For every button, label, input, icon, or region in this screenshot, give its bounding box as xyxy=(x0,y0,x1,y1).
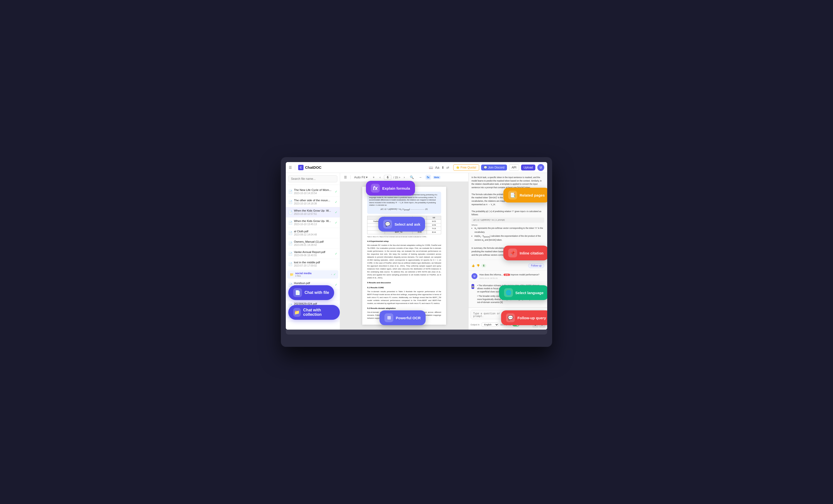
pdf-content: each input with at the prompt. Similarly… xyxy=(340,182,468,330)
quota-button[interactable]: ⭐ Free Quota! xyxy=(453,164,479,171)
sidebar-item-date: 2023-09-06 18:40:55 xyxy=(294,254,333,257)
sidebar-item[interactable]: 📄 Vanke Annual Report.pdf 2023-09-06 18:… xyxy=(286,249,340,259)
sidebar-item[interactable]: 📄 lost in the middle.pdf 2023-07-20 17:5… xyxy=(286,259,340,269)
check-icon: ✓ xyxy=(335,221,337,224)
topbar-icons: 📖 Aa ⬇ ⇄ xyxy=(429,166,449,170)
sidebar-item-name: Owners_Manual (1).pdf xyxy=(294,240,337,243)
folder-count: 4 files xyxy=(295,275,330,277)
page-number-input[interactable] xyxy=(384,175,391,180)
sidebar-item-date: 2023-08-22 14:04:48 xyxy=(294,233,337,236)
avatar[interactable]: U xyxy=(537,164,544,171)
chat-input-area: Output in English Chinese Stick to file … xyxy=(469,308,547,330)
stick-toggle[interactable] xyxy=(513,323,519,326)
sidebar-item[interactable]: 📄 The other side of the moun... 2023-10-… xyxy=(286,197,340,207)
zoom-out-btn[interactable]: + xyxy=(371,175,376,180)
pdf-icon: 📄 xyxy=(288,262,292,266)
sidebar-item-name: When the Kids Grow Up- W... xyxy=(294,209,333,212)
right-text-p2: The formula calculates the probability o… xyxy=(472,193,544,206)
section-title-hybrid: 4.4 Experimental setup xyxy=(367,240,441,243)
sidebar-item-date: 2023-10-10 14:18:38 xyxy=(294,202,333,205)
settings-send-btn[interactable]: ⚙ xyxy=(532,322,538,328)
app-logo: C ChatDOC xyxy=(298,165,322,170)
pdf-icon: 📄 xyxy=(288,231,292,235)
pdf-icon: 📄 xyxy=(288,200,292,204)
sidebar-item[interactable]: 📄 The New Life Cycle of Wom... 2023-10-1… xyxy=(286,186,340,197)
check-icon: ✓ xyxy=(335,252,337,255)
formula-highlight: each input with at the prompt. Similarly… xyxy=(367,192,441,214)
check-icon: ✓ xyxy=(335,190,337,193)
prev-page-btn[interactable]: ‹ xyxy=(378,175,382,180)
book-icon[interactable]: 📖 xyxy=(429,166,433,170)
question-content: How does the informa... [24] improve mod… xyxy=(479,273,539,279)
sidebar-folder[interactable]: 📁 social media 4 files › ✓ xyxy=(287,270,338,279)
chat-question: U How does the informa... [24] improve m… xyxy=(469,271,547,282)
sidebar-item-date: 2023-09-01 14:28:42 xyxy=(294,244,337,246)
auto-fit-btn[interactable]: Auto Fit ▾ xyxy=(353,175,369,180)
pdf-icon: 📄 xyxy=(288,252,292,256)
share-icon[interactable]: ⇄ xyxy=(446,166,449,170)
chat-file-label: Chat with file xyxy=(305,291,329,295)
sidebar-item-date: 2023-10-10 13:45:13 xyxy=(294,223,333,226)
fx-btn[interactable]: fx xyxy=(425,175,431,180)
sidebar-item[interactable]: 📄 When the Kids Grow Up- W... 2023-10-10… xyxy=(286,218,340,228)
chat-collection-label: Chat with collection xyxy=(303,308,335,317)
sidebar-item[interactable]: 📄 When the Kids Grow Up- W... 2023-10-10… xyxy=(286,207,340,218)
section-domain-adapt: 5.2 Results domain adaptation xyxy=(367,307,441,310)
arrow-btn[interactable]: → xyxy=(417,175,423,180)
results-core-text: The in-domain results presented in Table… xyxy=(367,290,441,305)
chat-file-badge[interactable]: 📄 Chat with file xyxy=(288,285,334,300)
section-results-core: 5.1 Results CORE xyxy=(367,286,441,289)
formula-table-section: 5-1 5-5 FewRelProto-BERT19.4634.53 BERT-… xyxy=(367,216,441,238)
logo-icon: C xyxy=(298,165,304,170)
sidebar-item-name: When the Kids Grow Up- W... xyxy=(294,220,333,222)
results-table: 5-1 5-5 FewRelProto-BERT19.4634.53 BERT-… xyxy=(367,216,441,234)
language-select[interactable]: English Chinese xyxy=(481,323,499,327)
search-btn[interactable]: 🔍 xyxy=(408,175,415,180)
folder-icon: 📁 xyxy=(290,273,294,276)
api-button[interactable]: API xyxy=(509,164,519,171)
chat-input[interactable] xyxy=(471,310,545,319)
folder-arrow: › xyxy=(331,273,332,276)
pdf-viewer-wrapper: ☰ Auto Fit ▾ + ‹ / 15 > › 🔍 → fx Beta xyxy=(340,173,468,330)
sidebar-search xyxy=(286,173,340,185)
chat-collection-badge[interactable]: 📁 Chat with collection xyxy=(288,305,340,320)
discord-button[interactable]: 💬 Join Discord xyxy=(481,165,507,171)
next-page-btn[interactable]: › xyxy=(402,175,406,180)
sidebar-item-date: 2023-10-10 14:20:54 xyxy=(294,192,333,195)
thumbs-down-btn[interactable]: 👎 xyxy=(476,264,480,267)
laptop-base xyxy=(286,330,547,334)
folder-name: social media xyxy=(295,272,330,275)
answer-bullet-1: • The information richness in the traini… xyxy=(477,284,544,294)
api-label: API xyxy=(512,166,516,169)
right-panel-text-1: In the MLM task, a specific token in the… xyxy=(469,173,547,260)
sidebar-toggle-btn[interactable]: ☰ xyxy=(342,175,349,180)
table-caption: Table 3: Micro F1 / Macro F1 for in-doma… xyxy=(367,236,441,238)
sidebar-item-name: Vanke Annual Report.pdf xyxy=(294,251,333,253)
menu-icon[interactable]: ☰ xyxy=(289,166,292,170)
pdf-icon: 📄 xyxy=(288,210,292,214)
experimental-setup-text: We evaluate RC models in the few-shot do… xyxy=(367,244,441,279)
sidebar-item-name: The New Life Cycle of Wom... xyxy=(294,188,333,192)
sidebar-item[interactable]: 📄 al Cloth.pdf 2023-08-22 14:04:48 xyxy=(286,228,340,238)
pdf-icon: 📄 xyxy=(288,242,292,245)
sidebar-item[interactable]: 📄 Owners_Manual (1).pdf 2023-09-01 14:28… xyxy=(286,238,340,249)
sidebar-item-date: 2023-07-20 17:59:02 xyxy=(294,264,337,267)
pdf-icon: 📄 xyxy=(288,190,292,194)
pdf-page: each input with at the prompt. Similarly… xyxy=(362,187,446,325)
comment-count-1: 6 xyxy=(481,264,486,268)
chat-answer: 🤖 • The information richness in the trai… xyxy=(469,282,547,308)
follow-up-btn-1[interactable]: Follow up xyxy=(528,263,544,268)
upload-label: Upload xyxy=(524,166,533,169)
sidebar-item-name: Hundsun.pdf xyxy=(294,282,333,284)
download-icon[interactable]: ⬇ xyxy=(442,166,444,170)
font-icon[interactable]: Aa xyxy=(435,166,439,170)
question-text: How does the informa... [24] improve mod… xyxy=(479,273,539,277)
upload-button[interactable]: Upload xyxy=(521,165,536,171)
sidebar-item-date: 2023-10-10 12:57:51 xyxy=(294,212,333,215)
where-label: Where: xyxy=(472,224,544,227)
thumbs-up-btn[interactable]: 👍 xyxy=(472,264,475,267)
search-input[interactable] xyxy=(288,175,337,182)
send-btn[interactable]: ➤ xyxy=(539,322,545,328)
question-time: 2023-10-31 16:51:21 xyxy=(479,277,539,279)
discord-icon: 💬 xyxy=(483,166,487,169)
